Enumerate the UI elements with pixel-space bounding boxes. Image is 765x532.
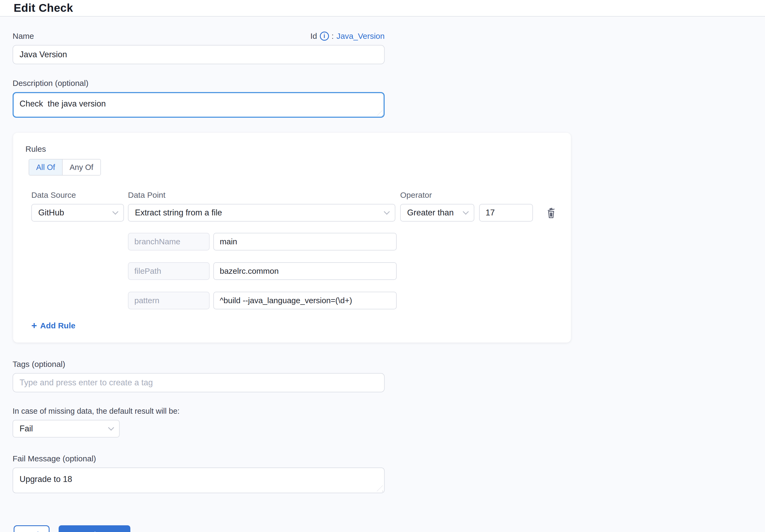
- data-source-label: Data Source: [31, 191, 124, 200]
- default-result-select[interactable]: Fail: [13, 420, 120, 437]
- rule-column-labels: Data Source Data Point Operator: [13, 191, 571, 200]
- operator-value: Greater than: [407, 208, 454, 218]
- fail-message-label: Fail Message (optional): [13, 454, 765, 463]
- form-actions: Back Save Changes: [13, 525, 765, 532]
- operator-label: Operator: [400, 191, 474, 200]
- rule-param-row: [13, 292, 571, 309]
- add-rule-label: Add Rule: [40, 321, 76, 330]
- info-icon[interactable]: i: [320, 32, 329, 41]
- page-header: Edit Check: [0, 0, 765, 17]
- chevron-down-icon: [112, 209, 119, 215]
- param-value-input[interactable]: [213, 292, 397, 309]
- name-input[interactable]: [13, 45, 384, 64]
- back-button[interactable]: Back: [14, 525, 50, 532]
- description-textarea[interactable]: Check the java version: [13, 92, 384, 118]
- tags-input[interactable]: [13, 373, 384, 392]
- param-value-input[interactable]: [213, 233, 397, 251]
- page-title: Edit Check: [14, 2, 73, 14]
- chevron-down-icon: [463, 209, 469, 215]
- operator-value-input[interactable]: [479, 204, 533, 222]
- data-point-value: Extract string from a file: [135, 208, 222, 218]
- rules-label: Rules: [25, 145, 571, 154]
- operator-select[interactable]: Greater than: [400, 204, 474, 222]
- rule-row: GitHub Extract string from a file Greate…: [13, 204, 571, 222]
- save-changes-button[interactable]: Save Changes: [59, 525, 130, 532]
- tags-label: Tags (optional): [13, 360, 765, 369]
- check-id-row: Id i : Java_Version: [311, 32, 385, 41]
- rule-param-row: [13, 262, 571, 280]
- plus-icon: +: [31, 322, 37, 330]
- rules-mode-toggle: All Of Any Of: [29, 159, 101, 176]
- add-rule-button[interactable]: + Add Rule: [31, 321, 76, 330]
- edit-check-page: Edit Check Name Id i : Java_Version Desc…: [0, 0, 765, 532]
- id-label: Id: [311, 32, 317, 41]
- data-point-label: Data Point: [128, 191, 395, 200]
- rules-card: Rules All Of Any Of Data Source Data Poi…: [13, 133, 571, 342]
- name-label: Name: [13, 32, 34, 41]
- id-colon: :: [332, 32, 334, 41]
- data-point-select[interactable]: Extract string from a file: [128, 204, 395, 222]
- data-source-value: GitHub: [38, 208, 64, 218]
- form-content: Name Id i : Java_Version Description (op…: [0, 32, 765, 532]
- trash-icon: [545, 216, 557, 220]
- description-wrap: Check the java version: [13, 92, 384, 118]
- data-source-select[interactable]: GitHub: [31, 204, 124, 222]
- chevron-down-icon: [384, 209, 390, 215]
- fail-message-wrap: Upgrade to 18: [13, 467, 384, 493]
- param-value-input[interactable]: [213, 262, 397, 280]
- missing-data-label: In case of missing data, the default res…: [13, 407, 765, 416]
- param-name-input: [128, 292, 210, 309]
- fail-message-textarea[interactable]: Upgrade to 18: [13, 467, 384, 493]
- chevron-down-icon: [108, 425, 114, 431]
- check-id-link[interactable]: Java_Version: [337, 32, 384, 41]
- param-name-input: [128, 262, 210, 280]
- description-label: Description (optional): [13, 79, 765, 88]
- toggle-all-of[interactable]: All Of: [29, 160, 62, 175]
- rule-param-row: [13, 233, 571, 251]
- toggle-any-of[interactable]: Any Of: [62, 160, 100, 175]
- param-name-input: [128, 233, 210, 251]
- delete-rule-button[interactable]: [545, 206, 557, 219]
- name-id-row: Name Id i : Java_Version: [13, 32, 384, 41]
- default-result-value: Fail: [20, 424, 33, 433]
